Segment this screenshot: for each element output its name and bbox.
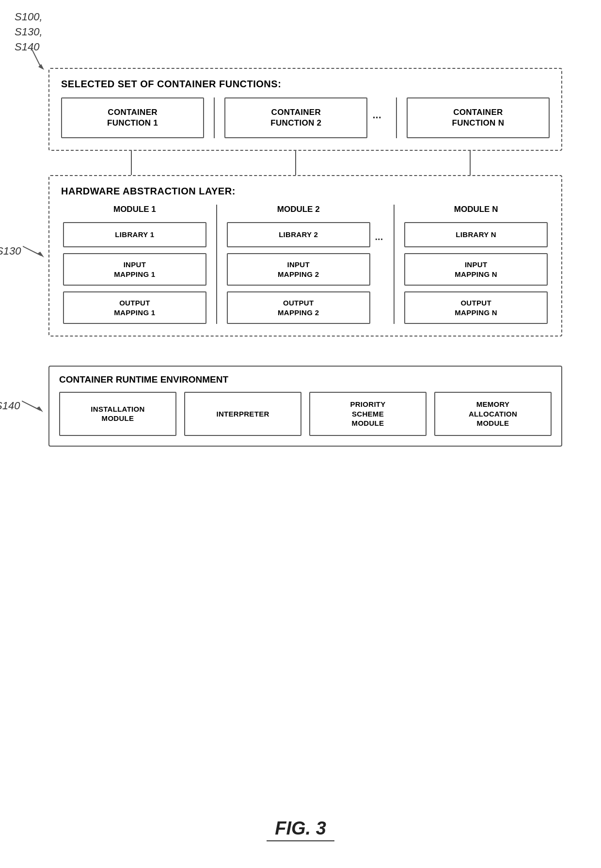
cf-row: CONTAINERFUNCTION 1 CONTAINERFUNCTION 2 … xyxy=(61,97,550,138)
modules-row: MODULE 1 LIBRARY 1 INPUTMAPPING 1 OUTPUT… xyxy=(61,205,550,324)
module-col-n: MODULE N LIBRARY N INPUTMAPPING N OUTPUT… xyxy=(402,205,550,324)
module-col-1: MODULE 1 LIBRARY 1 INPUTMAPPING 1 OUTPUT… xyxy=(61,205,208,324)
s140-section: S140 xyxy=(0,399,46,413)
module-1-output-mapping: OUTPUTMAPPING 1 xyxy=(63,291,206,324)
cf-title: SELECTED SET OF CONTAINER FUNCTIONS: xyxy=(61,79,550,90)
cf-item-n: CONTAINERFUNCTION N xyxy=(407,97,550,138)
s130-arrow xyxy=(23,244,47,258)
module-2-output-mapping: OUTPUTMAPPING 2 xyxy=(227,291,370,324)
module-1-input-mapping: INPUTMAPPING 1 xyxy=(63,253,206,286)
module-1-library: LIBRARY 1 xyxy=(63,222,206,247)
step-label-text: S100, S130, S140 xyxy=(15,11,43,53)
step-label-top: S100, S130, S140 xyxy=(15,10,43,54)
runtime-row: INSTALLATIONMODULE INTERPRETER PRIORITYS… xyxy=(59,392,552,436)
module-2-label: MODULE 2 xyxy=(227,205,370,214)
module-n-output-mapping: OUTPUTMAPPING N xyxy=(404,291,548,324)
module-2-input-mapping: INPUTMAPPING 2 xyxy=(227,253,370,286)
container-functions-box: SELECTED SET OF CONTAINER FUNCTIONS: CON… xyxy=(48,68,562,151)
runtime-interpreter: INTERPRETER xyxy=(184,392,301,436)
connector-section xyxy=(48,151,562,175)
module-col-2: MODULE 2 LIBRARY 2 INPUTMAPPING 2 OUTPUT… xyxy=(225,205,372,324)
cf-item-1: CONTAINERFUNCTION 1 xyxy=(61,97,204,138)
module-n-label: MODULE N xyxy=(404,205,548,214)
module-n-input-mapping: INPUTMAPPING N xyxy=(404,253,548,286)
runtime-section: S140 CONTAINER RUNTIME ENVIRONMENT INSTA… xyxy=(48,366,562,447)
runtime-box: CONTAINER RUNTIME ENVIRONMENT INSTALLATI… xyxy=(48,366,562,447)
connector-left xyxy=(131,151,132,175)
cf-separator-1 xyxy=(214,97,215,138)
module-1-label: MODULE 1 xyxy=(63,205,206,214)
module-2-library: LIBRARY 2 xyxy=(227,222,370,247)
figure-underline xyxy=(267,840,334,841)
hal-separator-2 xyxy=(394,205,395,324)
s140-arrow xyxy=(22,399,46,413)
hal-title: HARDWARE ABSTRACTION LAYER: xyxy=(61,186,550,197)
hal-dots: ··· xyxy=(372,234,386,245)
page-content: S100, S130, S140 SELECTED SET OF CONTAIN… xyxy=(0,0,601,868)
connector-right xyxy=(470,151,471,175)
module-n-library: LIBRARY N xyxy=(404,222,548,247)
runtime-memory-allocation: MEMORYALLOCATIONMODULE xyxy=(434,392,552,436)
connector-mid xyxy=(295,151,296,175)
runtime-installation-module: INSTALLATIONMODULE xyxy=(59,392,176,436)
cf-separator-2 xyxy=(396,97,397,138)
s130-section: S130 xyxy=(0,244,47,258)
figure-label: FIG. 3 xyxy=(275,818,326,839)
s130-label: S130 xyxy=(0,245,21,257)
top-arrow xyxy=(27,48,46,73)
runtime-priority-scheme: PRIORITYSCHEMEMODULE xyxy=(309,392,427,436)
hal-box: S130 HARDWARE ABSTRACTION LAYER: MODULE … xyxy=(48,175,562,337)
top-arrow-svg xyxy=(27,48,46,73)
gap-section xyxy=(48,337,562,366)
s140-label: S140 xyxy=(0,400,20,412)
svg-line-0 xyxy=(32,48,41,68)
runtime-title: CONTAINER RUNTIME ENVIRONMENT xyxy=(59,374,552,385)
cf-item-2: CONTAINERFUNCTION 2 xyxy=(224,97,367,138)
hal-separator-1 xyxy=(216,205,217,324)
diagram-area: SELECTED SET OF CONTAINER FUNCTIONS: CON… xyxy=(48,68,562,447)
cf-dots: ··· xyxy=(367,97,386,138)
